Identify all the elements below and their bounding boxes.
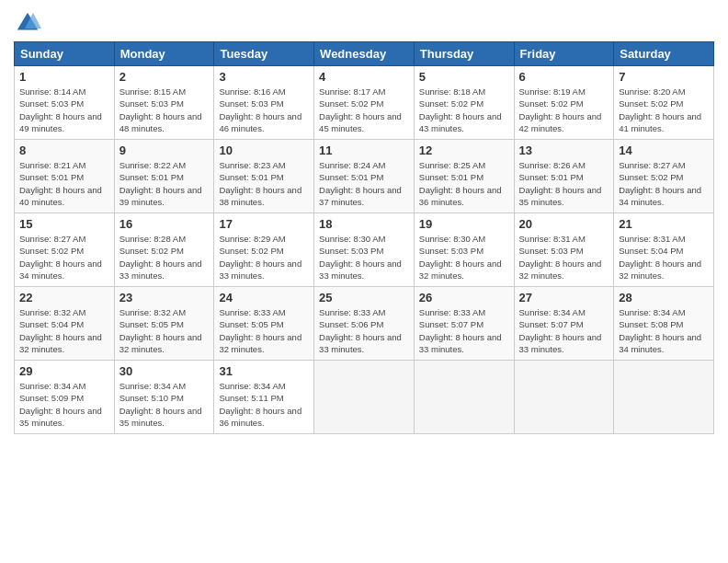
day-number: 26 xyxy=(419,291,509,304)
day-cell: 10Sunrise: 8:23 AMSunset: 5:01 PMDayligh… xyxy=(214,140,314,213)
day-info: Sunrise: 8:18 AMSunset: 5:02 PMDaylight:… xyxy=(419,86,509,134)
day-info: Sunrise: 8:28 AMSunset: 5:02 PMDaylight:… xyxy=(119,233,210,282)
day-number: 12 xyxy=(419,144,509,157)
day-cell: 7Sunrise: 8:20 AMSunset: 5:02 PMDaylight… xyxy=(614,66,714,140)
col-header-friday: Friday xyxy=(514,42,614,66)
day-info: Sunrise: 8:16 AMSunset: 5:03 PMDaylight:… xyxy=(219,86,309,134)
col-header-wednesday: Wednesday xyxy=(314,42,415,66)
day-number: 16 xyxy=(119,217,210,231)
day-cell: 9Sunrise: 8:22 AMSunset: 5:01 PMDaylight… xyxy=(114,140,214,213)
day-number: 27 xyxy=(519,291,609,304)
day-cell: 2Sunrise: 8:15 AMSunset: 5:03 PMDaylight… xyxy=(114,66,214,140)
day-cell xyxy=(314,361,415,434)
day-number: 17 xyxy=(219,217,309,231)
day-cell: 8Sunrise: 8:21 AMSunset: 5:01 PMDaylight… xyxy=(15,140,115,213)
day-info: Sunrise: 8:24 AMSunset: 5:01 PMDaylight:… xyxy=(319,159,409,208)
day-number: 10 xyxy=(219,144,309,157)
day-cell: 16Sunrise: 8:28 AMSunset: 5:02 PMDayligh… xyxy=(114,213,214,287)
day-number: 7 xyxy=(619,70,709,84)
day-number: 31 xyxy=(219,364,309,378)
week-row-5: 29Sunrise: 8:34 AMSunset: 5:09 PMDayligh… xyxy=(15,361,714,434)
day-info: Sunrise: 8:31 AMSunset: 5:04 PMDaylight:… xyxy=(619,233,709,282)
col-header-monday: Monday xyxy=(114,42,214,66)
day-cell: 24Sunrise: 8:33 AMSunset: 5:05 PMDayligh… xyxy=(214,287,314,361)
day-cell: 30Sunrise: 8:34 AMSunset: 5:10 PMDayligh… xyxy=(114,361,214,434)
day-cell: 25Sunrise: 8:33 AMSunset: 5:06 PMDayligh… xyxy=(314,287,415,361)
day-number: 5 xyxy=(419,70,509,84)
day-number: 2 xyxy=(119,70,210,84)
day-cell: 19Sunrise: 8:30 AMSunset: 5:03 PMDayligh… xyxy=(414,213,514,287)
col-header-thursday: Thursday xyxy=(414,42,514,66)
week-row-1: 1Sunrise: 8:14 AMSunset: 5:03 PMDaylight… xyxy=(15,66,714,140)
day-cell: 31Sunrise: 8:34 AMSunset: 5:11 PMDayligh… xyxy=(214,361,314,434)
day-cell: 22Sunrise: 8:32 AMSunset: 5:04 PMDayligh… xyxy=(15,287,115,361)
day-number: 18 xyxy=(319,217,409,231)
day-info: Sunrise: 8:20 AMSunset: 5:02 PMDaylight:… xyxy=(619,86,709,134)
day-cell: 26Sunrise: 8:33 AMSunset: 5:07 PMDayligh… xyxy=(414,287,514,361)
day-number: 9 xyxy=(119,144,210,157)
day-info: Sunrise: 8:25 AMSunset: 5:01 PMDaylight:… xyxy=(419,159,509,208)
day-info: Sunrise: 8:26 AMSunset: 5:01 PMDaylight:… xyxy=(519,159,609,208)
day-info: Sunrise: 8:22 AMSunset: 5:01 PMDaylight:… xyxy=(119,159,210,208)
day-cell: 15Sunrise: 8:27 AMSunset: 5:02 PMDayligh… xyxy=(15,213,115,287)
day-info: Sunrise: 8:34 AMSunset: 5:07 PMDaylight:… xyxy=(519,306,609,355)
day-info: Sunrise: 8:30 AMSunset: 5:03 PMDaylight:… xyxy=(319,233,409,282)
day-info: Sunrise: 8:30 AMSunset: 5:03 PMDaylight:… xyxy=(419,233,509,282)
day-info: Sunrise: 8:29 AMSunset: 5:02 PMDaylight:… xyxy=(219,233,309,282)
day-cell: 23Sunrise: 8:32 AMSunset: 5:05 PMDayligh… xyxy=(114,287,214,361)
day-number: 21 xyxy=(619,217,709,231)
day-cell: 12Sunrise: 8:25 AMSunset: 5:01 PMDayligh… xyxy=(414,140,514,213)
day-number: 23 xyxy=(119,291,210,304)
day-number: 22 xyxy=(19,291,109,304)
day-cell xyxy=(414,361,514,434)
day-number: 15 xyxy=(19,217,109,231)
day-cell: 3Sunrise: 8:16 AMSunset: 5:03 PMDaylight… xyxy=(214,66,314,140)
day-number: 28 xyxy=(619,291,709,304)
day-info: Sunrise: 8:34 AMSunset: 5:10 PMDaylight:… xyxy=(119,380,210,429)
day-number: 13 xyxy=(519,144,609,157)
day-cell: 17Sunrise: 8:29 AMSunset: 5:02 PMDayligh… xyxy=(214,213,314,287)
day-cell xyxy=(514,361,614,434)
col-header-sunday: Sunday xyxy=(15,42,115,66)
week-row-4: 22Sunrise: 8:32 AMSunset: 5:04 PMDayligh… xyxy=(15,287,714,361)
day-cell: 14Sunrise: 8:27 AMSunset: 5:02 PMDayligh… xyxy=(614,140,714,213)
day-number: 6 xyxy=(519,70,609,84)
column-headers: SundayMondayTuesdayWednesdayThursdayFrid… xyxy=(15,42,714,66)
day-info: Sunrise: 8:19 AMSunset: 5:02 PMDaylight:… xyxy=(519,86,609,134)
day-number: 11 xyxy=(319,144,409,157)
day-info: Sunrise: 8:15 AMSunset: 5:03 PMDaylight:… xyxy=(119,86,210,134)
day-number: 14 xyxy=(619,144,709,157)
col-header-saturday: Saturday xyxy=(614,42,714,66)
day-info: Sunrise: 8:33 AMSunset: 5:07 PMDaylight:… xyxy=(419,306,509,355)
week-row-3: 15Sunrise: 8:27 AMSunset: 5:02 PMDayligh… xyxy=(15,213,714,287)
day-info: Sunrise: 8:27 AMSunset: 5:02 PMDaylight:… xyxy=(19,233,109,282)
day-cell: 13Sunrise: 8:26 AMSunset: 5:01 PMDayligh… xyxy=(514,140,614,213)
day-number: 20 xyxy=(519,217,609,231)
day-number: 4 xyxy=(319,70,409,84)
day-cell: 29Sunrise: 8:34 AMSunset: 5:09 PMDayligh… xyxy=(15,361,115,434)
day-cell: 1Sunrise: 8:14 AMSunset: 5:03 PMDaylight… xyxy=(15,66,115,140)
week-row-2: 8Sunrise: 8:21 AMSunset: 5:01 PMDaylight… xyxy=(15,140,714,213)
day-cell: 5Sunrise: 8:18 AMSunset: 5:02 PMDaylight… xyxy=(414,66,514,140)
logo-icon xyxy=(14,9,41,37)
day-info: Sunrise: 8:32 AMSunset: 5:04 PMDaylight:… xyxy=(19,306,109,355)
day-cell: 6Sunrise: 8:19 AMSunset: 5:02 PMDaylight… xyxy=(514,66,614,140)
day-info: Sunrise: 8:34 AMSunset: 5:09 PMDaylight:… xyxy=(19,380,109,429)
day-info: Sunrise: 8:34 AMSunset: 5:08 PMDaylight:… xyxy=(619,306,709,355)
day-number: 25 xyxy=(319,291,409,304)
col-header-tuesday: Tuesday xyxy=(214,42,314,66)
day-number: 30 xyxy=(119,364,210,378)
day-cell: 27Sunrise: 8:34 AMSunset: 5:07 PMDayligh… xyxy=(514,287,614,361)
day-number: 1 xyxy=(19,70,109,84)
day-info: Sunrise: 8:23 AMSunset: 5:01 PMDaylight:… xyxy=(219,159,309,208)
day-info: Sunrise: 8:21 AMSunset: 5:01 PMDaylight:… xyxy=(19,159,109,208)
day-cell: 21Sunrise: 8:31 AMSunset: 5:04 PMDayligh… xyxy=(614,213,714,287)
day-cell xyxy=(614,361,714,434)
day-info: Sunrise: 8:27 AMSunset: 5:02 PMDaylight:… xyxy=(619,159,709,208)
day-cell: 20Sunrise: 8:31 AMSunset: 5:03 PMDayligh… xyxy=(514,213,614,287)
day-info: Sunrise: 8:34 AMSunset: 5:11 PMDaylight:… xyxy=(219,380,309,429)
day-info: Sunrise: 8:14 AMSunset: 5:03 PMDaylight:… xyxy=(19,86,109,134)
day-number: 24 xyxy=(219,291,309,304)
day-number: 19 xyxy=(419,217,509,231)
day-cell: 11Sunrise: 8:24 AMSunset: 5:01 PMDayligh… xyxy=(314,140,415,213)
